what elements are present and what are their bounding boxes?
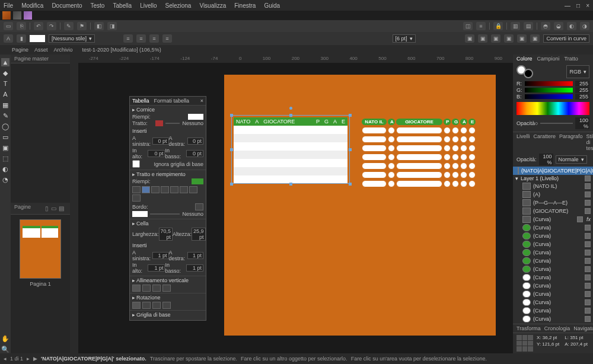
arrange3-icon[interactable]: ▣ (491, 34, 500, 43)
valign-mid[interactable] (142, 285, 151, 292)
menu-text[interactable]: Testo (91, 2, 105, 9)
tool1-icon[interactable]: ◧ (94, 22, 104, 30)
layer-item[interactable]: (Curva) (513, 232, 593, 240)
anchor-grid[interactable] (517, 335, 533, 352)
snap-icon[interactable]: ◫ (463, 22, 473, 30)
b-slider[interactable] (525, 94, 573, 99)
blend-mode-combo[interactable]: Normale ▾ (556, 155, 587, 164)
valign-bot[interactable] (152, 285, 161, 292)
add-page-icon[interactable]: ▤ (59, 205, 64, 212)
layer-item[interactable]: (Curva) (513, 248, 593, 257)
frame-fill-swatch[interactable] (188, 114, 203, 120)
border-preview[interactable] (195, 203, 203, 210)
layer-item[interactable]: (A) (513, 190, 593, 199)
zoom-tool-icon[interactable]: 🔍 (1, 345, 9, 353)
transparency-icon[interactable]: ◔ (1, 175, 9, 184)
left-tab-pages[interactable]: Pagine (12, 47, 28, 53)
bool3-icon[interactable]: ◐ (567, 22, 576, 30)
y-value[interactable]: 121,6 pt (542, 341, 559, 347)
r-value[interactable]: 255 (575, 81, 589, 87)
ignore-baseline-checkbox[interactable] (132, 160, 140, 168)
bool2-icon[interactable]: ◒ (554, 22, 563, 30)
color-mode-combo[interactable]: RGB ▾ (566, 65, 589, 78)
selection-handle[interactable] (289, 183, 292, 186)
canvas[interactable]: -274-224-174 -124-740 100200300 40050060… (70, 55, 513, 353)
layers-tab[interactable]: Livelli (517, 133, 530, 151)
align-r-icon[interactable]: ≡ (149, 34, 159, 43)
picture-frame-icon[interactable]: ▣ (1, 143, 9, 152)
char-tab[interactable]: Carattere (534, 133, 556, 151)
bool4-icon[interactable]: ◑ (580, 22, 589, 30)
stroke-tab[interactable]: Tratto (565, 56, 578, 62)
stroke-swatch[interactable] (132, 211, 148, 217)
border-left[interactable] (189, 186, 197, 193)
border-top[interactable] (170, 186, 178, 193)
layer-item[interactable]: (NATO IL) (513, 182, 593, 190)
table-unselected[interactable]: NATO IL A GIOCATORE P G A E (362, 119, 476, 187)
cell-height[interactable]: 25,9 pt (192, 228, 206, 241)
menu-view[interactable]: Visualizza (199, 2, 226, 9)
lock-icon[interactable]: 🔒 (493, 22, 503, 30)
selection-box[interactable] (231, 115, 350, 184)
history-tab[interactable]: Cronologia (544, 325, 570, 331)
pan-tool-icon[interactable]: ✋ (1, 334, 9, 343)
table-tool-icon[interactable]: ▦ (1, 101, 9, 109)
frame-text-tool-icon[interactable]: A (1, 90, 9, 98)
hue-strip[interactable] (517, 102, 589, 115)
cell-inset-b[interactable]: 1 pt (186, 264, 203, 272)
valign-top[interactable] (132, 285, 141, 292)
frame-stroke-swatch[interactable] (148, 120, 163, 126)
layer-item[interactable]: (NATO|A|GIOCATORE|P|G|A|E) (513, 167, 593, 175)
rect-tool-icon[interactable]: ▭ (1, 133, 9, 141)
cell-fill-swatch[interactable] (192, 178, 203, 184)
r-slider[interactable] (525, 81, 573, 86)
layer-item[interactable]: (Curva) (513, 282, 593, 290)
valign-just[interactable] (162, 285, 171, 292)
selection-handle[interactable] (349, 148, 352, 151)
menu-window[interactable]: Finestra (234, 2, 256, 9)
shape-tool-icon[interactable]: ◯ (1, 122, 9, 130)
distribute1-icon[interactable]: ▥ (511, 22, 520, 30)
border-inner[interactable] (151, 186, 160, 193)
layer-item[interactable]: (Curva) (513, 257, 593, 265)
layer-item[interactable]: (Curva) (513, 290, 593, 298)
h-value[interactable]: 207,4 pt (570, 341, 588, 347)
view-single-icon[interactable]: ▯ (45, 205, 49, 212)
border-right[interactable] (132, 194, 141, 202)
layer-item[interactable]: (Curva) (513, 240, 593, 248)
rot-90[interactable] (142, 302, 151, 309)
bool1-icon[interactable]: ◓ (541, 22, 550, 30)
align-j-icon[interactable]: ≡ (162, 34, 172, 43)
text-style-icon[interactable]: A (4, 34, 13, 43)
fill-tool-icon[interactable]: ◐ (1, 165, 9, 173)
para-tab[interactable]: Paragrafo (559, 133, 583, 151)
layer-item[interactable]: (Curva) (513, 298, 593, 306)
menu-file[interactable]: File (4, 2, 13, 9)
menu-edit[interactable]: Modifica (21, 2, 43, 9)
layer-opacity[interactable]: 100 % (539, 154, 553, 165)
layer-item[interactable]: (Curva) (513, 265, 593, 273)
undo-icon[interactable]: ↶ (34, 22, 43, 30)
cell-inset-l[interactable]: 1 pt (152, 252, 168, 259)
selection-handle[interactable] (230, 148, 233, 151)
align-icon[interactable]: ≡ (476, 22, 486, 30)
left-tab-archive[interactable]: Archivio (54, 47, 73, 53)
left-tab-asset[interactable]: Asset (34, 47, 48, 53)
layer-item[interactable]: (Curva) (513, 223, 593, 232)
selection-handle[interactable] (230, 183, 233, 186)
menu-help[interactable]: Guida (264, 2, 280, 9)
selection-handle[interactable] (289, 114, 292, 117)
inset-bottom[interactable]: 0 pt (186, 150, 203, 157)
size-combo[interactable]: [6 pt]▾ (393, 34, 416, 43)
persona-photo-icon[interactable] (13, 11, 21, 20)
panel-close-icon[interactable]: × (200, 98, 203, 104)
layer-item[interactable]: (Curva) (513, 273, 593, 282)
page-indicator[interactable]: 1 di 1 (10, 356, 23, 362)
close-icon[interactable]: × (586, 2, 589, 9)
layer-item[interactable]: (Curva)fx (513, 215, 593, 223)
cell-width[interactable]: 70,5 pt (159, 228, 173, 241)
place-tool-icon[interactable]: ⬚ (1, 154, 9, 162)
move-tool-icon[interactable]: ▲ (1, 58, 9, 66)
arrange4-icon[interactable]: ▣ (504, 34, 514, 43)
color-tab[interactable]: Colore (517, 56, 533, 62)
